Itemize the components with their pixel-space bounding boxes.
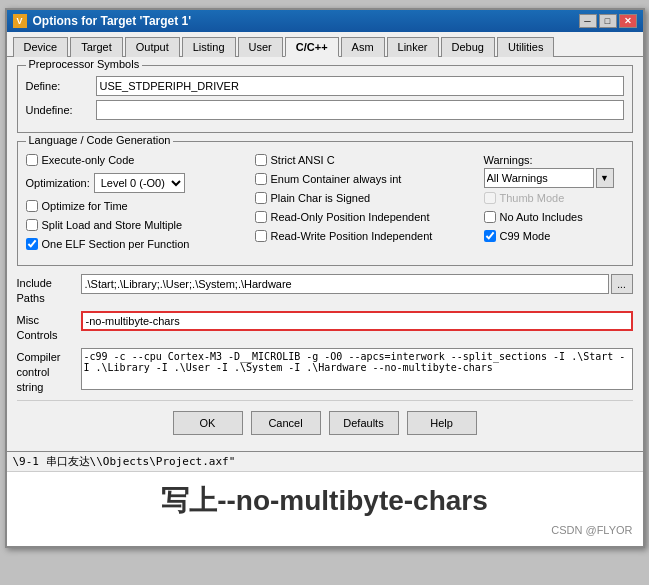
language-group: Language / Code Generation Execute-only …	[17, 141, 633, 266]
tab-debug[interactable]: Debug	[441, 37, 495, 57]
c99-mode-row: C99 Mode	[484, 230, 624, 242]
app-icon: V	[13, 14, 27, 28]
undefine-input[interactable]	[96, 100, 624, 120]
execute-only-checkbox[interactable]	[26, 154, 38, 166]
define-row: Define:	[26, 76, 624, 96]
language-title: Language / Code Generation	[26, 134, 174, 146]
preprocessor-title: Preprocessor Symbols	[26, 58, 143, 70]
help-button[interactable]: Help	[407, 411, 477, 435]
undefine-label: Undefine:	[26, 104, 96, 116]
tab-listing[interactable]: Listing	[182, 37, 236, 57]
optimization-row: Optimization: Level 0 (-O0)	[26, 173, 247, 193]
one-elf-label: One ELF Section per Function	[42, 238, 190, 250]
preprocessor-group: Preprocessor Symbols Define: Undefine:	[17, 65, 633, 133]
tab-cpp[interactable]: C/C++	[285, 37, 339, 57]
minimize-button[interactable]: ─	[579, 14, 597, 28]
define-label: Define:	[26, 80, 96, 92]
include-paths-browse-button[interactable]: ...	[611, 274, 633, 294]
compiler-string-textarea[interactable]: -c99 -c --cpu Cortex-M3 -D__MICROLIB -g …	[81, 348, 633, 390]
split-load-row: Split Load and Store Multiple	[26, 219, 247, 231]
warnings-section: Warnings: ▼	[484, 154, 624, 188]
defaults-button[interactable]: Defaults	[329, 411, 399, 435]
readwrite-pos-row: Read-Write Position Independent	[255, 230, 476, 242]
strict-ansi-checkbox[interactable]	[255, 154, 267, 166]
misc-controls-input[interactable]	[81, 311, 633, 331]
include-paths-input-wrap: ...	[81, 274, 633, 294]
optimization-label: Optimization:	[26, 177, 90, 189]
no-auto-includes-row: No Auto Includes	[484, 211, 624, 223]
watermark-source: CSDN @FLYOR	[17, 524, 633, 536]
no-auto-includes-checkbox[interactable]	[484, 211, 496, 223]
misc-controls-label: Misc Controls	[17, 311, 77, 344]
thumb-mode-checkbox[interactable]	[484, 192, 496, 204]
enum-container-label: Enum Container always int	[271, 173, 402, 185]
ok-button[interactable]: OK	[173, 411, 243, 435]
optimize-time-row: Optimize for Time	[26, 200, 247, 212]
tab-user[interactable]: User	[238, 37, 283, 57]
watermark-text: 写上--no-multibyte-chars	[17, 482, 633, 520]
thumb-mode-label: Thumb Mode	[500, 192, 565, 204]
plain-char-checkbox[interactable]	[255, 192, 267, 204]
cancel-button[interactable]: Cancel	[251, 411, 321, 435]
strict-ansi-label: Strict ANSI C	[271, 154, 335, 166]
include-paths-label: Include Paths	[17, 274, 77, 307]
status-bar: \9-1 串口友达\\Objects\Project.axf"	[7, 451, 643, 471]
one-elf-row: One ELF Section per Function	[26, 238, 247, 250]
readonly-pos-row: Read-Only Position Independent	[255, 211, 476, 223]
title-bar: V Options for Target 'Target 1' ─ □ ✕	[7, 10, 643, 32]
c99-mode-label: C99 Mode	[500, 230, 551, 242]
divider	[17, 400, 633, 401]
execute-only-row: Execute-only Code	[26, 154, 247, 166]
warnings-dropdown-arrow[interactable]: ▼	[596, 168, 614, 188]
tab-target[interactable]: Target	[70, 37, 123, 57]
title-controls[interactable]: ─ □ ✕	[579, 14, 637, 28]
tab-asm[interactable]: Asm	[341, 37, 385, 57]
compiler-string-input-wrap: -c99 -c --cpu Cortex-M3 -D__MICROLIB -g …	[81, 348, 633, 390]
strict-ansi-row: Strict ANSI C	[255, 154, 476, 166]
misc-controls-row: Misc Controls	[17, 311, 633, 344]
bottom-buttons: OK Cancel Defaults Help	[17, 405, 633, 443]
readonly-pos-checkbox[interactable]	[255, 211, 267, 223]
close-button[interactable]: ✕	[619, 14, 637, 28]
plain-char-label: Plain Char is Signed	[271, 192, 371, 204]
tab-utilities[interactable]: Utilities	[497, 37, 554, 57]
window-title: Options for Target 'Target 1'	[33, 14, 192, 28]
enum-container-checkbox[interactable]	[255, 173, 267, 185]
misc-controls-input-wrap	[81, 311, 633, 331]
plain-char-row: Plain Char is Signed	[255, 192, 476, 204]
include-paths-row: Include Paths ...	[17, 274, 633, 307]
include-paths-input[interactable]	[81, 274, 609, 294]
split-load-label: Split Load and Store Multiple	[42, 219, 183, 231]
options-dialog: V Options for Target 'Target 1' ─ □ ✕ De…	[5, 8, 645, 548]
c99-mode-checkbox[interactable]	[484, 230, 496, 242]
one-elf-checkbox[interactable]	[26, 238, 38, 250]
undefine-row: Undefine:	[26, 100, 624, 120]
tab-device[interactable]: Device	[13, 37, 69, 57]
readonly-pos-label: Read-Only Position Independent	[271, 211, 430, 223]
content-area: Preprocessor Symbols Define: Undefine: L…	[7, 57, 643, 451]
warnings-select-row: ▼	[484, 168, 624, 188]
thumb-mode-row: Thumb Mode	[484, 192, 624, 204]
warnings-input[interactable]	[484, 168, 594, 188]
define-input[interactable]	[96, 76, 624, 96]
compiler-string-row: Compiler control string -c99 -c --cpu Co…	[17, 348, 633, 396]
optimization-select[interactable]: Level 0 (-O0)	[94, 173, 185, 193]
optimize-time-checkbox[interactable]	[26, 200, 38, 212]
readwrite-pos-checkbox[interactable]	[255, 230, 267, 242]
optimize-time-label: Optimize for Time	[42, 200, 128, 212]
tab-bar: Device Target Output Listing User C/C++ …	[7, 32, 643, 57]
no-auto-includes-label: No Auto Includes	[500, 211, 583, 223]
warnings-label: Warnings:	[484, 154, 624, 166]
tab-output[interactable]: Output	[125, 37, 180, 57]
status-text: \9-1 串口友达\\Objects\Project.axf"	[13, 455, 236, 468]
maximize-button[interactable]: □	[599, 14, 617, 28]
compiler-string-label: Compiler control string	[17, 348, 77, 396]
watermark-area: 写上--no-multibyte-chars CSDN @FLYOR	[7, 471, 643, 546]
execute-only-label: Execute-only Code	[42, 154, 135, 166]
split-load-checkbox[interactable]	[26, 219, 38, 231]
tab-linker[interactable]: Linker	[387, 37, 439, 57]
title-bar-left: V Options for Target 'Target 1'	[13, 14, 192, 28]
readwrite-pos-label: Read-Write Position Independent	[271, 230, 433, 242]
enum-container-row: Enum Container always int	[255, 173, 476, 185]
